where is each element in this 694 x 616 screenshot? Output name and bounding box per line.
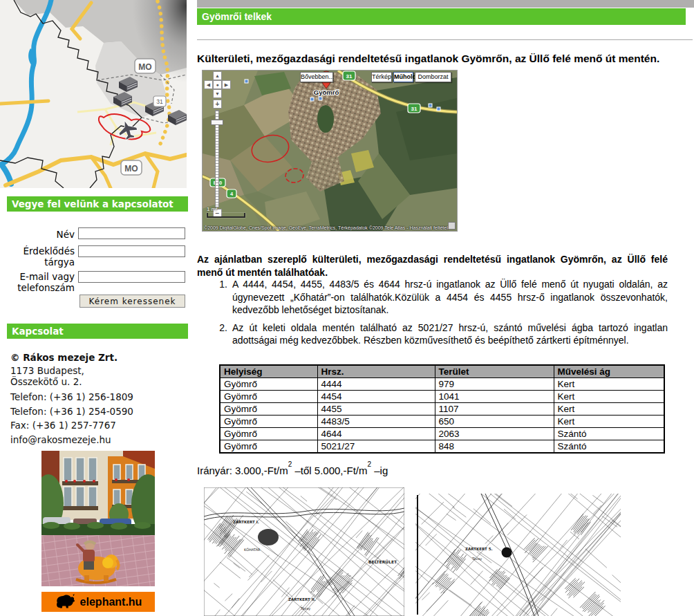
- table-header-row: Helyiség Hrsz. Terület Művelési ág: [220, 365, 664, 378]
- phone-line2: Telefon: (+36 1) 254-0590: [10, 406, 133, 417]
- submit-button[interactable]: Kérem keressenek: [79, 295, 185, 308]
- list-text: A 4444, 4454, 4455, 4483/5 és 4644 hrsz-…: [232, 278, 668, 317]
- elephant-banner[interactable]: elephant.hu: [41, 592, 155, 612]
- page: MO MO 31 Vegye fel velünk a kapcsolatot …: [0, 0, 694, 616]
- satellite-imagery: 31 31 E60 4 A Gyömrő: [203, 71, 457, 231]
- contact-title: Kapcsolat: [12, 326, 64, 337]
- pan-right-button[interactable]: ▶: [222, 80, 231, 89]
- email-phone-input[interactable]: [78, 271, 185, 283]
- map-type-map-button[interactable]: Térkép: [371, 72, 392, 82]
- region-map-graphic: MO MO 31: [0, 0, 187, 188]
- name-label: Név: [6, 229, 75, 240]
- col-area: Terület: [435, 365, 554, 378]
- pan-up-button[interactable]: ▲: [213, 71, 222, 80]
- site-marker-left: [258, 529, 279, 545]
- satellite-map[interactable]: 31 31 E60 4 A Gyömrő ▲ ◀ ● ▶: [202, 70, 458, 232]
- zoom-in-button[interactable]: +: [213, 100, 222, 109]
- more-info-button[interactable]: Bővebben...: [300, 72, 333, 82]
- table-row: Gyömrő4444979Kert: [220, 378, 664, 391]
- contact-form-header: Vegye fel velünk a kapcsolatot: [7, 196, 188, 212]
- fax-line: Fax: (+36 1) 257-7767: [10, 420, 116, 431]
- map-type-terrain-button[interactable]: Domborzat: [415, 72, 451, 82]
- company-name: © Rákos mezeje Zrt.: [10, 352, 118, 363]
- list-text: Az út keleti oldala mentén található az …: [232, 321, 668, 347]
- map-shield-31-right: 31: [408, 104, 420, 113]
- col-parcel-number: Hrsz.: [317, 365, 435, 378]
- email-text: info@rakosmezeje.hu: [10, 434, 111, 445]
- cad-label: KŐHATÁR: [244, 548, 261, 552]
- subject-input[interactable]: [78, 245, 185, 257]
- route-31-shield: 31: [153, 96, 166, 106]
- cad-label: Távay: [471, 557, 482, 561]
- site-marker-right: [502, 548, 512, 558]
- mo-shield-bottom: MO: [121, 160, 142, 175]
- cad-label: ZÁRTKERT II.: [288, 597, 316, 601]
- list-number: 2.: [216, 321, 227, 347]
- email-phone-label: E-mail vagy telefonszám: [6, 271, 75, 293]
- address-line2: Összekötő u. 2.: [10, 376, 82, 387]
- content-heading: Külterületi, mezőgazdasági rendeltetésű …: [197, 53, 693, 65]
- page-title: Gyömrői telkek: [202, 11, 272, 22]
- map-logo-icon: [448, 222, 456, 230]
- svg-text:31: 31: [411, 106, 418, 112]
- address-line1: 1173 Budapest,: [10, 365, 84, 376]
- pan-left-button[interactable]: ◀: [204, 80, 213, 89]
- mo-shield-top: MO: [135, 59, 156, 73]
- banner-photo[interactable]: [41, 451, 155, 586]
- list-number: 1.: [216, 278, 227, 317]
- cad-label: ZÁRTKERT I.: [233, 519, 259, 524]
- scale-label: 1 mf: [207, 206, 218, 212]
- map-shield-31-top: 31: [343, 71, 355, 80]
- table-row: Gyömrő5021/27848Szántó: [220, 440, 664, 454]
- price-line: Irányár: 3.000,-Ft/m2 –től 5.000,-Ft/m2 …: [197, 464, 388, 476]
- table-row: Gyömrő44551107Kert: [220, 403, 664, 416]
- map-shield-4: 4: [227, 189, 236, 198]
- detail-list: 1. A 4444, 4454, 4455, 4483/5 és 4644 hr…: [216, 278, 668, 352]
- cad-label: BELTERÜLET: [368, 559, 397, 564]
- svg-text:31: 31: [156, 98, 163, 105]
- svg-text:MO: MO: [138, 62, 151, 72]
- elephant-icon: [55, 594, 77, 610]
- svg-text:31: 31: [346, 73, 353, 80]
- contact-header: Kapcsolat: [7, 324, 188, 339]
- pin-label: Gyömrő: [314, 88, 339, 96]
- scale-bar: [207, 213, 245, 218]
- name-input[interactable]: [78, 227, 185, 239]
- subject-label: Érdeklődés tárgya: [6, 245, 75, 268]
- zoom-slider-handle[interactable]: [211, 120, 223, 125]
- list-item: 2. Az út keleti oldala mentén található …: [216, 321, 668, 347]
- contact-form-title: Vegye fel velünk a kapcsolatot: [12, 198, 174, 209]
- divider-line: [197, 39, 693, 40]
- elephant-brand: elephant.hu: [80, 596, 142, 608]
- intro-paragraph: Az ajánlatban szereplő külterületi, mező…: [197, 253, 668, 279]
- pan-center-button[interactable]: ●: [213, 80, 222, 89]
- list-item: 1. A 4444, 4454, 4455, 4483/5 és 4644 hr…: [216, 278, 668, 317]
- top-gray-strip: [197, 0, 694, 8]
- table-row: Gyömrő44541041Kert: [220, 391, 664, 403]
- phone-line1: Telefon: (+36 1) 256-1809: [10, 391, 133, 402]
- pan-down-button[interactable]: ▼: [213, 89, 222, 98]
- cadastral-map-right: ZÁRTKERT 5. Távay: [415, 494, 621, 616]
- table-row: Gyömrő4483/5650Kert: [220, 416, 664, 428]
- cad-label: Távay: [300, 606, 310, 611]
- cadastral-map-left: ZÁRTKERT I. KŐHATÁR BELTERÜLET ZÁRTKERT …: [204, 487, 404, 616]
- table-row: Gyömrő46442063Szántó: [220, 428, 664, 440]
- col-settlement: Helyiség: [220, 365, 317, 378]
- property-table: Helyiség Hrsz. Terület Művelési ág Gyömr…: [219, 364, 665, 454]
- map-attribution: ©2009 DigitalGlobe, Cnes/Spot Image, Geo…: [204, 225, 449, 230]
- page-title-bar: Gyömrői telkek: [197, 8, 686, 25]
- cad-label: ZÁRTKERT 5.: [465, 546, 493, 551]
- svg-text:MO: MO: [124, 164, 138, 174]
- map-type-satellite-button[interactable]: Műhold: [393, 72, 413, 82]
- col-cultivation: Művelési ág: [554, 365, 664, 378]
